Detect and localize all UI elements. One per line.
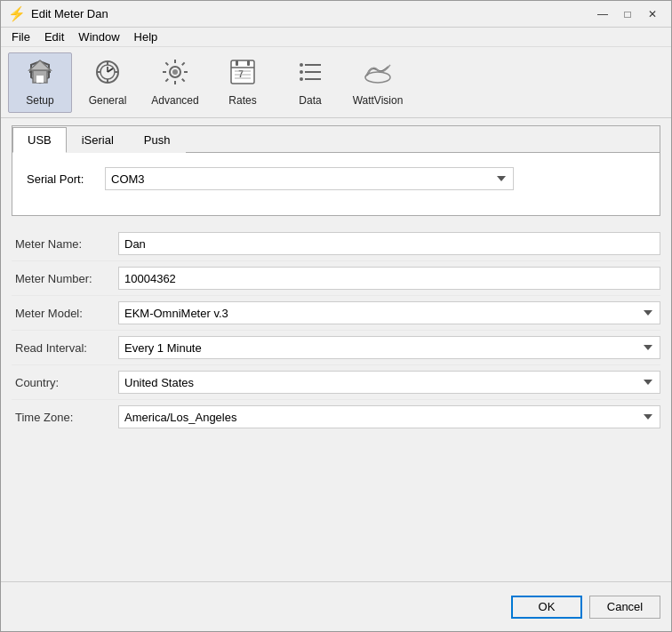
title-bar-controls: — □ ✕ bbox=[591, 5, 664, 23]
meter-number-input[interactable] bbox=[118, 267, 660, 290]
wattvision-label: WattVision bbox=[353, 94, 404, 107]
toolbar-data-button[interactable]: Data bbox=[278, 52, 342, 113]
menu-window[interactable]: Window bbox=[71, 28, 126, 45]
country-label: Country: bbox=[12, 376, 118, 389]
read-interval-select[interactable]: Every 1 Minute Every 5 Minutes Every 15 … bbox=[118, 336, 660, 359]
svg-line-9 bbox=[108, 68, 113, 72]
menu-file[interactable]: File bbox=[4, 28, 37, 45]
ok-button[interactable]: OK bbox=[511, 596, 582, 619]
svg-rect-14 bbox=[236, 60, 238, 66]
country-select[interactable]: United States Canada United Kingdom bbox=[118, 371, 660, 394]
window-title: Edit Meter Dan bbox=[31, 7, 108, 20]
general-label: General bbox=[89, 94, 127, 107]
svg-rect-12 bbox=[172, 69, 178, 75]
meter-model-select[interactable]: EKM-OmniMeter v.3 EKM-OmniMeter v.4 bbox=[118, 301, 660, 324]
read-interval-row: Read Interval: Every 1 Minute Every 5 Mi… bbox=[12, 331, 660, 365]
tab-container: USB iSerial Push Serial Port: COM3 COM1 … bbox=[12, 125, 660, 216]
main-window: ⚡ Edit Meter Dan — □ ✕ File Edit Window … bbox=[0, 0, 672, 632]
meter-name-row: Meter Name: bbox=[12, 227, 660, 261]
toolbar-general-button[interactable]: General bbox=[76, 52, 140, 113]
title-bar-left: ⚡ Edit Meter Dan bbox=[8, 5, 108, 22]
svg-rect-2 bbox=[36, 76, 44, 83]
menu-edit[interactable]: Edit bbox=[37, 28, 71, 45]
app-icon: ⚡ bbox=[8, 5, 26, 22]
toolbar-advanced-button[interactable]: Advanced bbox=[143, 52, 207, 113]
meter-number-row: Meter Number: bbox=[12, 261, 660, 296]
svg-point-25 bbox=[300, 77, 303, 81]
wattvision-icon bbox=[364, 58, 392, 91]
data-label: Data bbox=[299, 94, 321, 107]
serial-port-label: Serial Port: bbox=[27, 172, 98, 186]
form-section: Meter Name: Meter Number: Meter Model: E… bbox=[12, 227, 660, 574]
rates-icon: 7 bbox=[228, 58, 257, 91]
time-zone-select[interactable]: America/Los_Angeles America/New_York Ame… bbox=[118, 405, 660, 428]
svg-marker-1 bbox=[29, 60, 51, 70]
menu-bar: File Edit Window Help bbox=[1, 28, 671, 47]
time-zone-row: Time Zone: America/Los_Angeles America/N… bbox=[12, 400, 660, 434]
menu-help[interactable]: Help bbox=[127, 28, 165, 45]
meter-model-label: Meter Model: bbox=[12, 307, 118, 320]
meter-number-label: Meter Number: bbox=[12, 272, 118, 285]
read-interval-label: Read Interval: bbox=[12, 341, 118, 355]
country-row: Country: United States Canada United Kin… bbox=[12, 365, 660, 400]
tab-content-usb: Serial Port: COM3 COM1 COM2 COM4 bbox=[12, 153, 660, 215]
advanced-icon bbox=[161, 58, 189, 91]
serial-port-row: Serial Port: COM3 COM1 COM2 COM4 bbox=[27, 167, 645, 190]
svg-point-23 bbox=[300, 70, 303, 74]
tab-iserial[interactable]: iSerial bbox=[67, 127, 129, 153]
title-bar: ⚡ Edit Meter Dan — □ ✕ bbox=[1, 1, 671, 28]
data-icon bbox=[296, 58, 324, 91]
close-button[interactable]: ✕ bbox=[641, 5, 664, 23]
tab-usb[interactable]: USB bbox=[12, 127, 67, 153]
rates-label: Rates bbox=[228, 94, 256, 107]
toolbar-wattvision-button[interactable]: WattVision bbox=[346, 52, 410, 113]
maximize-button[interactable]: □ bbox=[616, 5, 639, 23]
serial-port-select[interactable]: COM3 COM1 COM2 COM4 bbox=[105, 167, 514, 190]
bottom-bar: OK Cancel bbox=[1, 581, 671, 631]
meter-model-row: Meter Model: EKM-OmniMeter v.3 EKM-OmniM… bbox=[12, 296, 660, 331]
tab-push[interactable]: Push bbox=[129, 127, 186, 153]
general-icon bbox=[93, 58, 122, 91]
cancel-button[interactable]: Cancel bbox=[589, 596, 660, 619]
meter-name-input[interactable] bbox=[118, 232, 660, 255]
minimize-button[interactable]: — bbox=[591, 5, 614, 23]
tab-header: USB iSerial Push bbox=[12, 126, 660, 153]
svg-point-27 bbox=[365, 72, 390, 83]
svg-point-21 bbox=[300, 63, 303, 67]
setup-label: Setup bbox=[26, 94, 53, 107]
advanced-label: Advanced bbox=[151, 94, 198, 107]
toolbar-setup-button[interactable]: Setup bbox=[8, 52, 72, 113]
toolbar: Setup General bbox=[1, 47, 671, 118]
svg-rect-15 bbox=[247, 60, 250, 66]
content-area: USB iSerial Push Serial Port: COM3 COM1 … bbox=[1, 118, 671, 581]
time-zone-label: Time Zone: bbox=[12, 411, 118, 424]
toolbar-rates-button[interactable]: 7 Rates bbox=[211, 52, 275, 113]
meter-name-label: Meter Name: bbox=[12, 237, 118, 251]
setup-icon bbox=[26, 58, 54, 91]
